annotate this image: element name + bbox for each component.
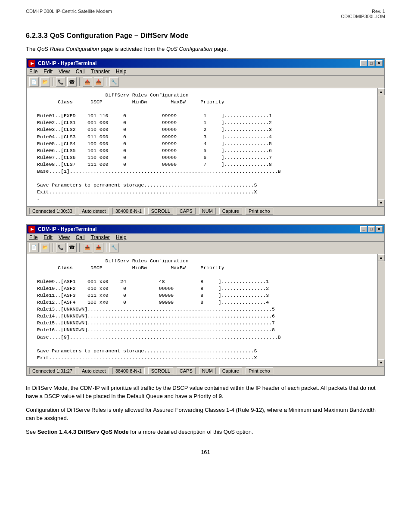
para3-bold: Section 1.4.4.3 DiffServ QoS Mode [37, 429, 129, 435]
menu-transfer-2[interactable]: Transfer [91, 234, 110, 240]
status-detect-2: Auto detect [79, 367, 109, 374]
paragraph-3: See Section 1.4.4.3 DiffServ QoS Mode fo… [26, 428, 385, 436]
menu-file-1[interactable]: File [29, 68, 37, 75]
titlebar-2: ▶ CDM-IP - HyperTerminal _ □ ✕ [27, 225, 384, 233]
toolbar-prop-2[interactable]: 🔧 [109, 243, 119, 252]
status-capture-1: Capture [219, 208, 242, 215]
close-button-2[interactable]: ✕ [376, 226, 383, 232]
app-icon-1: ▶ [28, 60, 35, 67]
intro-paragraph: The QoS Rules Configuration page is acti… [26, 46, 385, 52]
menu-call-1[interactable]: Call [76, 68, 85, 75]
toolbar-send-2[interactable]: 📤 [83, 243, 92, 252]
menu-view-1[interactable]: View [59, 68, 70, 75]
titlebar-controls-2[interactable]: _ □ ✕ [360, 226, 383, 232]
status-connected-2: Connected 1:01:27 [29, 367, 75, 374]
content-area-1: DiffServ Rules Configuration Class DSCP … [27, 88, 384, 206]
doc-header: CDM-IP 300L IP-Centric Satellite Modem R… [26, 9, 385, 19]
scroll-track-2[interactable] [378, 261, 385, 359]
toolbar-1: 📄 📂 📞 ☎ 📤 📥 🔧 [27, 76, 384, 88]
header-rev: Rev. 1 [341, 9, 385, 14]
intro-mid: page is activated from the [99, 46, 166, 52]
scroll-down-2[interactable]: ▼ [378, 359, 385, 366]
toolbar-prop-1[interactable]: 🔧 [109, 77, 119, 87]
paragraph-1: In DiffServ Mode, the CDM-IP will priori… [26, 384, 385, 401]
status-num-2: NUM [199, 367, 216, 374]
toolbar-dial-2[interactable]: 📞 [56, 243, 65, 252]
minimize-button-1[interactable]: _ [360, 60, 367, 66]
status-baud-1: 38400 8-N-1 [112, 208, 145, 215]
para3-post: for a more detailed description of this … [128, 429, 253, 435]
intro-post: page. [212, 46, 228, 52]
toolbar-send-1[interactable]: 📤 [83, 77, 92, 87]
titlebar-1: ▶ CDM-IP - HyperTerminal _ □ ✕ [27, 59, 384, 68]
section-title: 6.2.3.3 QoS Configuration Page – DiffSer… [26, 32, 385, 40]
intro-italic1: QoS Rules Configuration [37, 46, 99, 52]
titlebar-left-2: ▶ CDM-IP - HyperTerminal [28, 226, 97, 233]
menu-call-2[interactable]: Call [76, 234, 85, 240]
window-title-2: CDM-IP - HyperTerminal [38, 226, 97, 232]
titlebar-left-1: ▶ CDM-IP - HyperTerminal [28, 60, 97, 67]
toolbar-new-1[interactable]: 📄 [29, 77, 39, 87]
statusbar-2: Connected 1:01:27 Auto detect 38400 8-N-… [27, 366, 384, 375]
toolbar-new-2[interactable]: 📄 [29, 243, 39, 252]
minimize-button-2[interactable]: _ [360, 226, 367, 232]
toolbar-sep-2b [79, 243, 80, 252]
toolbar-hangup-1[interactable]: ☎ [67, 77, 77, 87]
hyperterminal-window-1: ▶ CDM-IP - HyperTerminal _ □ ✕ File Edit… [26, 58, 385, 216]
toolbar-2: 📄 📂 📞 ☎ 📤 📥 🔧 [27, 242, 384, 254]
menu-transfer-1[interactable]: Transfer [91, 68, 110, 75]
status-caps-1: CAPS [177, 208, 196, 215]
toolbar-sep-2c [106, 243, 107, 252]
header-right: Rev. 1 CD/CDMIP300L.IOM [341, 9, 385, 19]
status-print-1: Print echo [246, 208, 273, 215]
terminal-display-2: DiffServ Rules Configuration Class DSCP … [27, 254, 377, 366]
toolbar-sep-1c [106, 78, 107, 86]
maximize-button-2[interactable]: □ [368, 226, 375, 232]
menubar-2: File Edit View Call Transfer Help [27, 233, 384, 242]
menu-view-2[interactable]: View [59, 234, 70, 240]
scroll-down-1[interactable]: ▼ [378, 199, 385, 206]
toolbar-recv-1[interactable]: 📥 [94, 77, 103, 87]
scrollbar-1[interactable]: ▲ ▼ [377, 88, 384, 206]
toolbar-open-1[interactable]: 📂 [40, 77, 50, 87]
header-file: CD/CDMIP300L.IOM [341, 14, 385, 19]
menu-file-2[interactable]: File [29, 234, 37, 240]
menubar-1: File Edit View Call Transfer Help [27, 68, 384, 76]
terminal-display-1: DiffServ Rules Configuration Class DSCP … [27, 88, 377, 206]
toolbar-sep-1b [79, 78, 80, 86]
menu-edit-1[interactable]: Edit [44, 68, 53, 75]
window-title-1: CDM-IP - HyperTerminal [38, 60, 97, 66]
scrollbar-2[interactable]: ▲ ▼ [377, 254, 384, 366]
statusbar-1: Connected 1:00:33 Auto detect 38400 8-N-… [27, 206, 384, 215]
scroll-up-1[interactable]: ▲ [378, 88, 385, 95]
app-icon-2: ▶ [28, 226, 35, 233]
scroll-up-2[interactable]: ▲ [378, 254, 385, 261]
status-scroll-2: SCROLL [148, 367, 173, 374]
menu-help-1[interactable]: Help [116, 68, 127, 75]
status-connected-1: Connected 1:00:33 [29, 208, 75, 215]
toolbar-dial-1[interactable]: 📞 [56, 77, 65, 87]
status-capture-2: Capture [219, 367, 242, 374]
para3-pre: See [26, 429, 37, 435]
status-num-1: NUM [199, 208, 216, 215]
status-baud-2: 38400 8-N-1 [112, 367, 145, 374]
scroll-track-1[interactable] [378, 95, 385, 199]
status-scroll-1: SCROLL [148, 208, 173, 215]
menu-edit-2[interactable]: Edit [44, 234, 53, 240]
page-number: 161 [26, 449, 385, 455]
maximize-button-1[interactable]: □ [368, 60, 375, 66]
status-caps-2: CAPS [177, 367, 196, 374]
status-detect-1: Auto detect [79, 208, 109, 215]
intro-pre: The [26, 46, 37, 52]
titlebar-controls-1[interactable]: _ □ ✕ [360, 60, 383, 66]
toolbar-sep-1a [53, 78, 53, 86]
toolbar-hangup-2[interactable]: ☎ [67, 243, 77, 252]
status-print-2: Print echo [246, 367, 273, 374]
toolbar-open-2[interactable]: 📂 [40, 243, 50, 252]
header-left: CDM-IP 300L IP-Centric Satellite Modem [26, 9, 112, 19]
toolbar-recv-2[interactable]: 📥 [94, 243, 103, 252]
close-button-1[interactable]: ✕ [376, 60, 383, 66]
hyperterminal-window-2: ▶ CDM-IP - HyperTerminal _ □ ✕ File Edit… [26, 224, 385, 376]
menu-help-2[interactable]: Help [116, 234, 127, 240]
content-area-2: DiffServ Rules Configuration Class DSCP … [27, 254, 384, 366]
